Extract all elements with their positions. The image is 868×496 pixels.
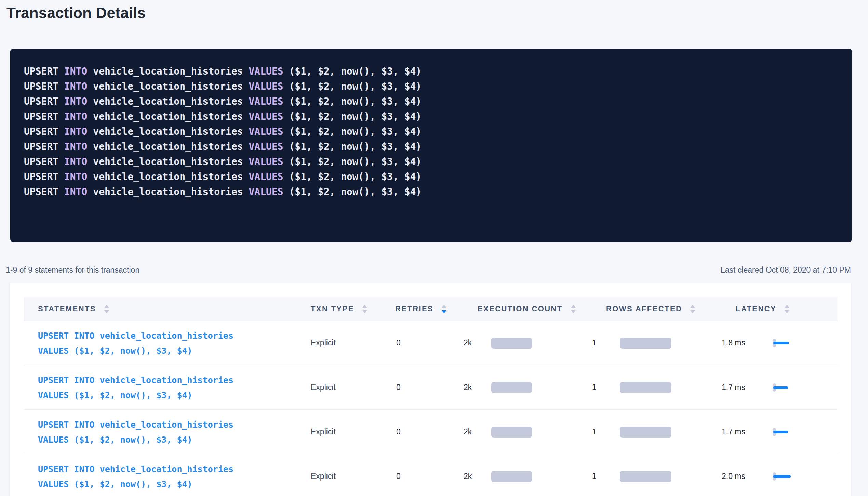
retries-cell: 0 xyxy=(381,321,464,365)
sort-down-icon xyxy=(785,310,789,313)
statement-link[interactable]: UPSERT INTO vehicle_location_historiesVA… xyxy=(38,462,233,492)
sql-statements-code-box: UPSERT INTO vehicle_location_histories V… xyxy=(10,49,852,242)
sql-statement-line: UPSERT INTO vehicle_location_histories V… xyxy=(24,64,838,79)
sql-statement-line: UPSERT INTO vehicle_location_histories V… xyxy=(24,139,838,154)
retries-cell: 0 xyxy=(381,410,464,454)
sort-down-icon xyxy=(571,310,576,313)
rows-affected-bar xyxy=(620,471,671,482)
rows-affected-value: 1 xyxy=(592,472,620,481)
statement-cell: UPSERT INTO vehicle_location_historiesVA… xyxy=(24,365,297,409)
sql-text: UPSERT xyxy=(24,126,64,137)
sql-text: ($1, $2, now(), $3, $4) xyxy=(283,66,422,77)
rows-affected-value: 1 xyxy=(592,338,620,348)
retries-cell: 0 xyxy=(381,365,464,409)
txn-type-cell: Explicit xyxy=(297,410,381,454)
statement-link[interactable]: UPSERT INTO vehicle_location_historiesVA… xyxy=(38,373,233,403)
table-row: UPSERT INTO vehicle_location_historiesVA… xyxy=(24,365,837,410)
sql-statement-line: UPSERT INTO vehicle_location_histories V… xyxy=(24,184,838,199)
latency-cell: 2.0 ms xyxy=(722,454,838,496)
latency-bar-chart xyxy=(773,383,797,392)
sort-arrows-icon xyxy=(571,305,576,313)
sql-text: UPSERT xyxy=(24,96,64,107)
latency-bar-chart xyxy=(773,428,797,436)
statement-line-2: VALUES ($1, $2, now(), $3, $4) xyxy=(38,432,233,447)
sort-arrows-icon xyxy=(442,305,446,313)
txn-type-cell: Explicit xyxy=(297,321,381,365)
sort-arrows-icon xyxy=(690,305,695,313)
execution-count-cell: 2k xyxy=(464,410,592,454)
column-header-txn-type[interactable]: TXN TYPE xyxy=(297,297,381,321)
sql-text: UPSERT xyxy=(24,156,64,167)
statement-line-1: UPSERT INTO vehicle_location_histories xyxy=(38,373,233,388)
latency-cell: 1.8 ms xyxy=(722,321,838,365)
sql-text: UPSERT xyxy=(24,66,64,77)
sql-keyword: INTO xyxy=(64,186,87,197)
latency-bar xyxy=(773,342,789,344)
sql-keyword: INTO xyxy=(64,156,87,167)
sql-keyword: INTO xyxy=(64,171,87,182)
execution-count-cell: 2k xyxy=(464,365,592,409)
txn-type-cell: Explicit xyxy=(297,365,381,409)
column-header-execution-count[interactable]: EXECUTION COUNT xyxy=(464,297,592,321)
sql-statement-line: UPSERT INTO vehicle_location_histories V… xyxy=(24,94,838,109)
sort-down-icon xyxy=(690,310,695,313)
column-label: EXECUTION COUNT xyxy=(478,304,563,313)
sql-statement-line: UPSERT INTO vehicle_location_histories V… xyxy=(24,169,838,184)
sql-text: UPSERT xyxy=(24,171,64,182)
latency-bar xyxy=(773,386,788,389)
column-header-statements[interactable]: STATEMENTS xyxy=(24,297,297,321)
sort-up-icon xyxy=(104,305,109,308)
execution-count-bar xyxy=(491,338,532,349)
latency-value: 1.7 ms xyxy=(722,383,773,392)
transaction-details-page: Transaction Details UPSERT INTO vehicle_… xyxy=(0,3,868,496)
column-header-rows-affected[interactable]: ROWS AFFECTED xyxy=(592,297,722,321)
latency-value: 1.7 ms xyxy=(722,427,773,436)
table-row: UPSERT INTO vehicle_location_historiesVA… xyxy=(24,410,837,454)
sort-arrows-icon xyxy=(362,305,367,313)
latency-value: 1.8 ms xyxy=(722,338,773,348)
statement-line-2: VALUES ($1, $2, now(), $3, $4) xyxy=(38,388,233,403)
statements-summary: 1-9 of 9 statements for this transaction xyxy=(6,265,139,275)
sql-text: ($1, $2, now(), $3, $4) xyxy=(283,141,422,152)
sql-keyword: VALUES xyxy=(249,171,283,182)
column-header-retries[interactable]: RETRIES xyxy=(381,297,464,321)
column-label: RETRIES xyxy=(395,304,433,313)
statement-cell: UPSERT INTO vehicle_location_historiesVA… xyxy=(24,321,297,365)
sql-text: ($1, $2, now(), $3, $4) xyxy=(283,171,422,182)
execution-count-value: 2k xyxy=(464,383,491,392)
sql-keyword: VALUES xyxy=(249,96,283,107)
sql-keyword: INTO xyxy=(64,96,87,107)
sql-keyword: VALUES xyxy=(249,141,283,152)
statement-line-1: UPSERT INTO vehicle_location_histories xyxy=(38,462,233,477)
rows-affected-cell: 1 xyxy=(592,321,722,365)
sql-keyword: VALUES xyxy=(249,81,283,92)
sql-text: vehicle_location_histories xyxy=(87,81,249,92)
table-header-row: STATEMENTSTXN TYPERETRIESEXECUTION COUNT… xyxy=(24,297,837,321)
table-meta-row: 1-9 of 9 statements for this transaction… xyxy=(6,265,851,275)
column-header-latency[interactable]: LATENCY xyxy=(722,297,838,321)
sort-arrows-icon xyxy=(785,305,789,313)
latency-bar-chart xyxy=(773,472,797,481)
sql-text: ($1, $2, now(), $3, $4) xyxy=(283,126,422,137)
execution-count-cell: 2k xyxy=(464,454,592,496)
rows-affected-bar xyxy=(620,338,671,349)
table-body: UPSERT INTO vehicle_location_historiesVA… xyxy=(24,321,837,496)
statement-cell: UPSERT INTO vehicle_location_historiesVA… xyxy=(24,410,297,454)
sort-down-icon xyxy=(442,310,446,313)
statement-link[interactable]: UPSERT INTO vehicle_location_historiesVA… xyxy=(38,328,233,358)
last-cleared-label: Last cleared Oct 08, 2020 at 7:10 PM xyxy=(721,265,851,275)
column-label: STATEMENTS xyxy=(38,304,96,313)
sql-keyword: INTO xyxy=(64,81,87,92)
execution-count-bar xyxy=(491,471,532,482)
sql-text: vehicle_location_histories xyxy=(87,111,249,122)
statement-link[interactable]: UPSERT INTO vehicle_location_historiesVA… xyxy=(38,417,233,447)
rows-affected-bar xyxy=(620,427,671,438)
sort-arrows-icon xyxy=(104,305,109,313)
txn-type-cell: Explicit xyxy=(297,454,381,496)
sql-text: vehicle_location_histories xyxy=(87,186,249,197)
rows-affected-cell: 1 xyxy=(592,365,722,409)
execution-count-value: 2k xyxy=(464,338,491,348)
statement-line-2: VALUES ($1, $2, now(), $3, $4) xyxy=(38,343,233,358)
latency-cell: 1.7 ms xyxy=(722,365,838,409)
sort-up-icon xyxy=(785,305,789,308)
